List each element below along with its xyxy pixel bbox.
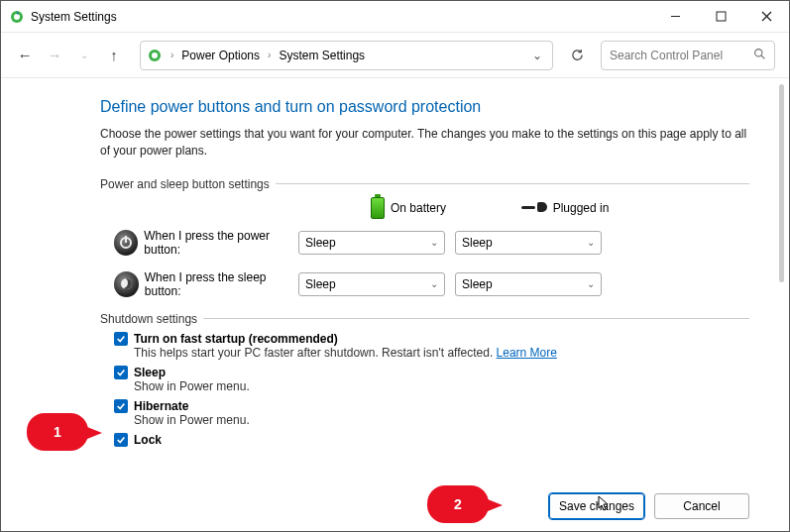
group-power-sleep-header: Power and sleep button settings <box>100 177 749 191</box>
divider <box>203 318 749 319</box>
app-icon <box>9 9 25 25</box>
checkbox-lock: Lock <box>114 433 749 447</box>
row-label: When I press the sleep button: <box>145 270 298 298</box>
minimize-button[interactable] <box>652 1 698 31</box>
toolbar: ← → ⌄ ↑ › Power Options › System Setting… <box>1 33 789 78</box>
divider <box>276 183 749 184</box>
up-button[interactable]: ↑ <box>104 46 124 65</box>
checkbox-desc: Show in Power menu. <box>134 413 749 427</box>
select-power-plugged[interactable]: Sleep⌄ <box>455 231 602 255</box>
checkbox-label: Sleep <box>134 366 166 379</box>
svg-point-8 <box>755 49 762 55</box>
chevron-down-icon: ⌄ <box>587 278 595 289</box>
address-dropdown-icon[interactable]: ⌄ <box>528 49 546 62</box>
col-battery-label: On battery <box>391 201 446 215</box>
footer: Save changes Cancel <box>1 481 789 531</box>
chevron-down-icon: ⌄ <box>587 237 595 248</box>
content-area: Define power buttons and turn on passwor… <box>1 78 789 481</box>
forward-button[interactable]: → <box>45 46 64 65</box>
sleep-icon <box>114 271 139 297</box>
back-button[interactable]: ← <box>15 46 35 65</box>
page-subtext: Choose the power settings that you want … <box>100 126 749 160</box>
checkbox-label: Lock <box>134 433 162 447</box>
chevron-down-icon: ⌄ <box>430 278 438 289</box>
checkbox[interactable] <box>114 399 128 413</box>
checkbox[interactable] <box>114 332 128 346</box>
search-icon <box>753 48 766 63</box>
plug-icon <box>521 202 547 214</box>
window-title: System Settings <box>31 10 117 24</box>
col-plugged-label: Plugged in <box>553 201 610 215</box>
close-button[interactable] <box>743 1 789 31</box>
checkbox-fast-startup: Turn on fast startup (recommended) This … <box>114 332 749 360</box>
checkbox[interactable] <box>114 366 128 379</box>
checkbox-sleep: Sleep Show in Power menu. <box>114 366 749 393</box>
annotation-callout-2: 2 <box>427 485 489 523</box>
svg-rect-3 <box>717 12 726 21</box>
page-heading: Define power buttons and turn on passwor… <box>100 98 749 116</box>
maximize-button[interactable] <box>698 1 743 31</box>
group-power-sleep-title: Power and sleep button settings <box>100 177 270 191</box>
chevron-right-icon: › <box>170 50 173 60</box>
checkbox-desc: This helps start your PC faster after sh… <box>134 346 749 360</box>
breadcrumb-root[interactable]: Power Options <box>181 49 260 62</box>
scrollbar-thumb[interactable] <box>779 84 784 282</box>
checkbox-label: Hibernate <box>134 399 188 413</box>
annotation-callout-1: 1 <box>27 413 88 451</box>
group-shutdown-title: Shutdown settings <box>100 312 197 326</box>
refresh-button[interactable] <box>563 42 591 69</box>
checkbox-label: Turn on fast startup (recommended) <box>134 332 338 346</box>
address-bar[interactable]: › Power Options › System Settings ⌄ <box>140 41 553 70</box>
cancel-button[interactable]: Cancel <box>654 493 749 519</box>
window-buttons <box>652 1 789 31</box>
learn-more-link[interactable]: Learn More <box>497 346 557 360</box>
col-battery: On battery <box>330 197 487 219</box>
group-shutdown-header: Shutdown settings <box>100 312 749 326</box>
search-placeholder: Search Control Panel <box>610 49 723 62</box>
titlebar: System Settings <box>1 1 789 33</box>
checkbox[interactable] <box>114 433 128 447</box>
col-plugged: Plugged in <box>487 201 643 215</box>
svg-line-9 <box>761 55 764 58</box>
checkbox-hibernate: Hibernate Show in Power menu. <box>114 399 749 427</box>
select-sleep-plugged[interactable]: Sleep⌄ <box>455 272 602 296</box>
row-sleep-button: When I press the sleep button: Sleep⌄ Sl… <box>114 270 749 298</box>
breadcrumb-current[interactable]: System Settings <box>279 49 365 62</box>
chevron-down-icon: ⌄ <box>430 237 438 248</box>
row-label: When I press the power button: <box>144 229 298 257</box>
power-icon <box>114 230 138 256</box>
scrollbar[interactable] <box>775 78 789 481</box>
save-changes-button[interactable]: Save changes <box>549 493 644 519</box>
svg-point-7 <box>152 53 158 58</box>
recent-dropdown-icon[interactable]: ⌄ <box>74 46 94 65</box>
search-input[interactable]: Search Control Panel <box>601 41 775 70</box>
select-sleep-battery[interactable]: Sleep⌄ <box>298 272 445 296</box>
window: System Settings ← → ⌄ ↑ › Power Options … <box>0 0 790 532</box>
select-power-battery[interactable]: Sleep⌄ <box>298 231 445 255</box>
svg-point-1 <box>14 14 20 20</box>
column-headers: On battery Plugged in <box>114 197 749 219</box>
row-power-button: When I press the power button: Sleep⌄ Sl… <box>114 229 749 257</box>
checkbox-desc: Show in Power menu. <box>134 379 749 393</box>
address-icon <box>147 48 163 63</box>
battery-icon <box>371 197 385 219</box>
chevron-right-icon: › <box>268 50 271 60</box>
